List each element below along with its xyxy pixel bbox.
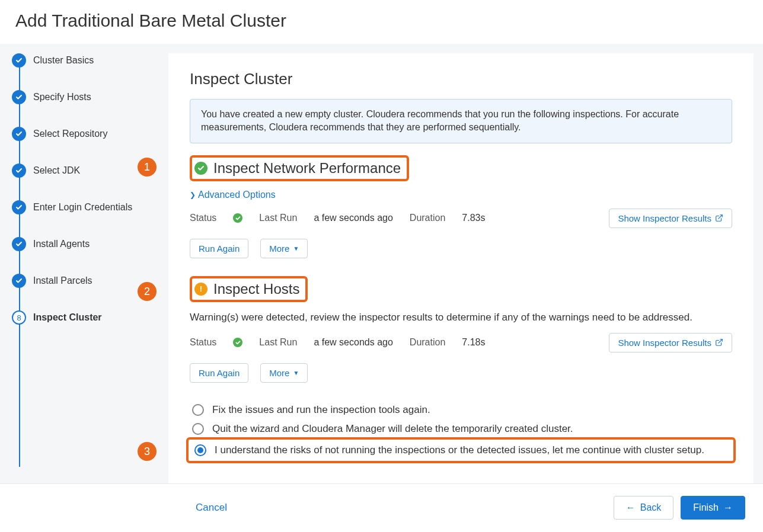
step-enter-login-credentials[interactable]: Enter Login Credentials bbox=[12, 200, 157, 214]
step-select-repository[interactable]: Select Repository bbox=[12, 127, 157, 141]
success-icon bbox=[194, 162, 207, 175]
step-inspect-cluster[interactable]: 8 Inspect Cluster bbox=[12, 310, 157, 325]
callout-badge-3: 3 bbox=[138, 442, 157, 461]
step-label: Install Parcels bbox=[33, 275, 92, 286]
step-label: Inspect Cluster bbox=[33, 312, 102, 323]
body: Cluster Basics Specify Hosts Select Repo… bbox=[0, 44, 763, 483]
radio-understand-risks[interactable]: I understand the risks of not running th… bbox=[192, 441, 730, 460]
step-label: Select Repository bbox=[33, 129, 107, 139]
radio-icon bbox=[192, 423, 204, 435]
check-icon bbox=[12, 127, 26, 141]
step-label: Select JDK bbox=[33, 165, 80, 176]
more-label: More bbox=[269, 368, 289, 378]
status-label: Status bbox=[190, 213, 216, 223]
radio-label: I understand the risks of not running th… bbox=[215, 444, 704, 456]
more-dropdown-button[interactable]: More ▼ bbox=[260, 239, 308, 258]
radio-icon bbox=[192, 404, 204, 416]
success-icon bbox=[233, 338, 242, 347]
section-title: Inspect Network Performance bbox=[213, 160, 401, 177]
warning-icon: ! bbox=[194, 283, 207, 296]
page-title: Add Traditional Bare Metal Cluster bbox=[0, 0, 763, 44]
step-label: Enter Login Credentials bbox=[33, 202, 132, 213]
more-dropdown-button[interactable]: More ▼ bbox=[260, 363, 308, 383]
status-row-hosts: Status Last Run a few seconds ago Durati… bbox=[190, 333, 732, 352]
finish-button[interactable]: Finish → bbox=[681, 496, 745, 520]
lastrun-value: a few seconds ago bbox=[314, 213, 392, 223]
button-label: Show Inspector Results bbox=[618, 338, 711, 348]
step-install-agents[interactable]: Install Agents bbox=[12, 237, 157, 251]
status-row-network: Status Last Run a few seconds ago Durati… bbox=[190, 209, 732, 228]
warning-text: Warning(s) were detected, review the ins… bbox=[190, 312, 732, 323]
finish-label: Finish bbox=[693, 502, 719, 513]
check-icon bbox=[12, 200, 26, 214]
success-icon bbox=[233, 213, 242, 223]
show-inspector-results-button[interactable]: Show Inspector Results bbox=[609, 209, 732, 228]
inspect-hosts-header: ! Inspect Hosts bbox=[190, 276, 308, 302]
duration-value: 7.83s bbox=[462, 213, 485, 223]
caret-down-icon: ▼ bbox=[293, 245, 299, 252]
cancel-link[interactable]: Cancel bbox=[196, 502, 227, 514]
step-specify-hosts[interactable]: Specify Hosts bbox=[12, 90, 157, 104]
chevron-right-icon: ❯ bbox=[190, 191, 196, 199]
radio-fix-issues[interactable]: Fix the issues and run the inspection to… bbox=[190, 400, 732, 419]
arrow-left-icon: ← bbox=[626, 502, 636, 513]
radio-icon bbox=[194, 444, 206, 456]
check-icon bbox=[12, 53, 26, 68]
check-icon bbox=[12, 90, 26, 104]
show-inspector-results-button[interactable]: Show Inspector Results bbox=[609, 333, 732, 352]
callout-badge-1: 1 bbox=[138, 158, 157, 177]
svg-line-1 bbox=[719, 339, 722, 343]
lastrun-label: Last Run bbox=[259, 337, 297, 348]
step-cluster-basics[interactable]: Cluster Basics bbox=[12, 53, 157, 68]
inspect-network-header: Inspect Network Performance bbox=[190, 155, 409, 181]
step-install-parcels[interactable]: Install Parcels bbox=[12, 274, 157, 288]
check-icon bbox=[12, 274, 26, 288]
main-content: 1 2 3 Inspect Cluster You have created a… bbox=[168, 53, 754, 483]
radio-label: Quit the wizard and Cloudera Manager wil… bbox=[212, 423, 573, 435]
duration-value: 7.18s bbox=[462, 337, 485, 348]
external-link-icon bbox=[715, 214, 723, 222]
button-row-hosts: Run Again More ▼ bbox=[190, 363, 732, 383]
info-box: You have created a new empty cluster. Cl… bbox=[190, 99, 732, 143]
step-select-jdk[interactable]: Select JDK bbox=[12, 164, 157, 178]
advanced-options-label: Advanced Options bbox=[198, 190, 276, 200]
advanced-options-toggle[interactable]: ❯ Advanced Options bbox=[190, 190, 276, 200]
callout-badge-2: 2 bbox=[138, 282, 157, 301]
radio-dot-icon bbox=[197, 447, 203, 453]
step-label: Cluster Basics bbox=[33, 55, 94, 66]
wizard-footer: Cancel ← Back Finish → bbox=[0, 483, 763, 532]
radio-quit-wizard[interactable]: Quit the wizard and Cloudera Manager wil… bbox=[190, 419, 732, 438]
step-label: Install Agents bbox=[33, 239, 90, 249]
status-label: Status bbox=[190, 337, 216, 348]
external-link-icon bbox=[715, 338, 723, 347]
duration-label: Duration bbox=[410, 213, 445, 223]
step-number-badge: 8 bbox=[12, 310, 26, 325]
caret-down-icon: ▼ bbox=[293, 370, 299, 376]
highlighted-radio-row: I understand the risks of not running th… bbox=[186, 437, 736, 463]
radio-label: Fix the issues and run the inspection to… bbox=[212, 404, 430, 416]
content-heading: Inspect Cluster bbox=[190, 70, 732, 88]
svg-line-0 bbox=[719, 215, 722, 219]
resolution-radio-group: Fix the issues and run the inspection to… bbox=[190, 400, 732, 463]
run-again-button[interactable]: Run Again bbox=[190, 363, 248, 383]
duration-label: Duration bbox=[410, 337, 445, 348]
lastrun-label: Last Run bbox=[259, 213, 297, 223]
wizard-stepper: Cluster Basics Specify Hosts Select Repo… bbox=[0, 44, 168, 483]
step-label: Specify Hosts bbox=[33, 92, 91, 102]
stepper-line bbox=[19, 60, 20, 467]
back-label: Back bbox=[640, 502, 662, 513]
lastrun-value: a few seconds ago bbox=[314, 337, 392, 348]
more-label: More bbox=[269, 243, 289, 254]
button-label: Show Inspector Results bbox=[618, 213, 711, 223]
back-button[interactable]: ← Back bbox=[614, 496, 674, 520]
section-title: Inspect Hosts bbox=[213, 281, 299, 297]
check-icon bbox=[12, 237, 26, 251]
button-row-network: Run Again More ▼ bbox=[190, 239, 732, 258]
check-icon bbox=[12, 164, 26, 178]
arrow-right-icon: → bbox=[723, 502, 733, 513]
run-again-button[interactable]: Run Again bbox=[190, 239, 248, 258]
